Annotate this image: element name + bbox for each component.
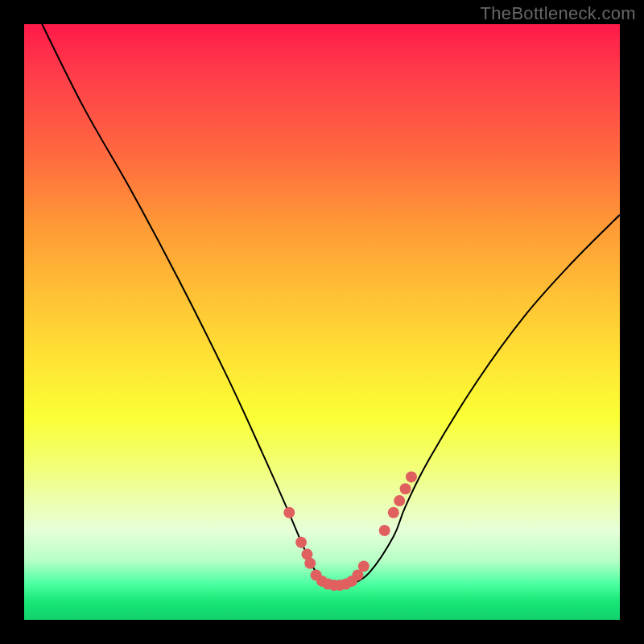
- highlight-dot: [304, 558, 316, 569]
- bottleneck-curve: [42, 24, 620, 587]
- highlight-dot: [358, 560, 369, 572]
- chart-svg: [24, 24, 620, 620]
- highlight-dot: [394, 495, 405, 506]
- watermark-text: TheBottleneck.com: [481, 3, 636, 24]
- highlight-dot: [406, 471, 417, 482]
- highlight-dot: [379, 525, 390, 536]
- highlight-dot: [295, 537, 307, 548]
- outer-frame: TheBottleneck.com: [0, 0, 644, 644]
- highlight-dot: [283, 507, 295, 518]
- highlight-dot: [388, 507, 399, 518]
- plot-area: [24, 24, 620, 620]
- highlight-dot: [400, 483, 411, 494]
